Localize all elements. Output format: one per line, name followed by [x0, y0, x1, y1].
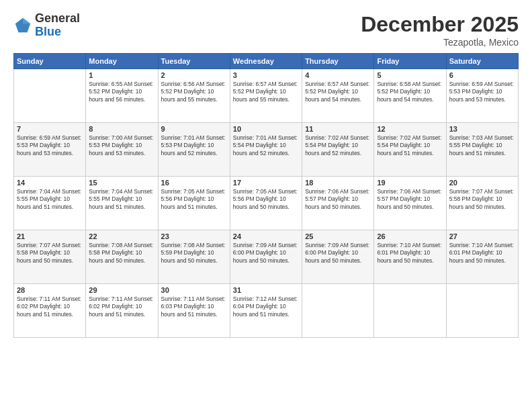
- day-number: 9: [161, 125, 227, 133]
- day-number: 28: [17, 286, 83, 294]
- day-info: Sunrise: 7:10 AM Sunset: 6:01 PM Dayligh…: [449, 242, 515, 265]
- day-cell: 31Sunrise: 7:12 AM Sunset: 6:04 PM Dayli…: [230, 284, 302, 338]
- logo-general-label: General: [35, 12, 80, 26]
- header-cell-wednesday: Wednesday: [230, 54, 302, 69]
- day-cell: [302, 284, 374, 338]
- day-info: Sunrise: 7:09 AM Sunset: 6:00 PM Dayligh…: [305, 242, 371, 265]
- calendar-header: SundayMondayTuesdayWednesdayThursdayFrid…: [14, 54, 519, 69]
- day-cell: [14, 69, 86, 123]
- day-cell: 8Sunrise: 7:00 AM Sunset: 5:53 PM Daylig…: [86, 123, 158, 177]
- day-info: Sunrise: 7:08 AM Sunset: 5:59 PM Dayligh…: [161, 242, 227, 265]
- week-row-2: 7Sunrise: 6:59 AM Sunset: 5:53 PM Daylig…: [14, 123, 519, 177]
- calendar-body: 1Sunrise: 6:55 AM Sunset: 5:52 PM Daylig…: [14, 69, 519, 338]
- logo-text: General Blue: [35, 12, 80, 39]
- day-number: 7: [17, 125, 83, 133]
- day-cell: 18Sunrise: 7:06 AM Sunset: 5:57 PM Dayli…: [302, 177, 374, 230]
- day-number: 10: [233, 125, 299, 133]
- day-cell: 16Sunrise: 7:05 AM Sunset: 5:56 PM Dayli…: [158, 177, 230, 230]
- header-cell-tuesday: Tuesday: [158, 54, 230, 69]
- header-cell-friday: Friday: [374, 54, 446, 69]
- day-cell: 9Sunrise: 7:01 AM Sunset: 5:53 PM Daylig…: [158, 123, 230, 177]
- day-cell: 13Sunrise: 7:03 AM Sunset: 5:55 PM Dayli…: [446, 123, 518, 177]
- day-info: Sunrise: 7:01 AM Sunset: 5:54 PM Dayligh…: [233, 134, 299, 157]
- day-info: Sunrise: 7:03 AM Sunset: 5:55 PM Dayligh…: [449, 134, 515, 157]
- day-cell: 10Sunrise: 7:01 AM Sunset: 5:54 PM Dayli…: [230, 123, 302, 177]
- day-cell: 25Sunrise: 7:09 AM Sunset: 6:00 PM Dayli…: [302, 230, 374, 284]
- day-number: 4: [305, 71, 371, 79]
- day-cell: 17Sunrise: 7:05 AM Sunset: 5:56 PM Dayli…: [230, 177, 302, 230]
- location: Tezapotla, Mexico: [361, 37, 519, 48]
- day-info: Sunrise: 7:01 AM Sunset: 5:53 PM Dayligh…: [161, 134, 227, 157]
- day-cell: 21Sunrise: 7:07 AM Sunset: 5:58 PM Dayli…: [14, 230, 86, 284]
- day-cell: 5Sunrise: 6:58 AM Sunset: 5:52 PM Daylig…: [374, 69, 446, 123]
- day-info: Sunrise: 7:09 AM Sunset: 6:00 PM Dayligh…: [233, 242, 299, 265]
- day-info: Sunrise: 6:58 AM Sunset: 5:52 PM Dayligh…: [377, 81, 443, 103]
- day-number: 27: [449, 232, 515, 240]
- header-row: SundayMondayTuesdayWednesdayThursdayFrid…: [14, 54, 519, 69]
- day-number: 11: [305, 125, 371, 133]
- day-info: Sunrise: 6:57 AM Sunset: 5:52 PM Dayligh…: [233, 81, 299, 103]
- calendar-table: SundayMondayTuesdayWednesdayThursdayFrid…: [13, 53, 519, 338]
- day-info: Sunrise: 6:57 AM Sunset: 5:52 PM Dayligh…: [305, 81, 371, 103]
- day-number: 16: [161, 179, 227, 187]
- day-cell: 12Sunrise: 7:02 AM Sunset: 5:54 PM Dayli…: [374, 123, 446, 177]
- day-cell: 27Sunrise: 7:10 AM Sunset: 6:01 PM Dayli…: [446, 230, 518, 284]
- day-cell: 1Sunrise: 6:55 AM Sunset: 5:52 PM Daylig…: [86, 69, 158, 123]
- day-info: Sunrise: 6:55 AM Sunset: 5:52 PM Dayligh…: [89, 81, 154, 103]
- day-info: Sunrise: 7:11 AM Sunset: 6:03 PM Dayligh…: [161, 295, 227, 318]
- day-cell: 7Sunrise: 6:59 AM Sunset: 5:53 PM Daylig…: [14, 123, 86, 177]
- day-info: Sunrise: 7:02 AM Sunset: 5:54 PM Dayligh…: [377, 134, 443, 157]
- day-info: Sunrise: 7:04 AM Sunset: 5:55 PM Dayligh…: [89, 188, 154, 211]
- week-row-1: 1Sunrise: 6:55 AM Sunset: 5:52 PM Daylig…: [14, 69, 519, 123]
- day-number: 8: [89, 125, 154, 133]
- day-number: 14: [17, 179, 83, 187]
- logo-icon: [13, 16, 32, 35]
- day-number: 17: [233, 179, 299, 187]
- day-cell: 22Sunrise: 7:08 AM Sunset: 5:58 PM Dayli…: [86, 230, 158, 284]
- day-number: 29: [89, 286, 154, 294]
- day-cell: 3Sunrise: 6:57 AM Sunset: 5:52 PM Daylig…: [230, 69, 302, 123]
- day-cell: 28Sunrise: 7:11 AM Sunset: 6:02 PM Dayli…: [14, 284, 86, 338]
- day-number: 20: [449, 179, 515, 187]
- week-row-4: 21Sunrise: 7:07 AM Sunset: 5:58 PM Dayli…: [14, 230, 519, 284]
- logo-blue-label: Blue: [35, 26, 80, 39]
- day-info: Sunrise: 7:12 AM Sunset: 6:04 PM Dayligh…: [233, 295, 299, 318]
- day-cell: 24Sunrise: 7:09 AM Sunset: 6:00 PM Dayli…: [230, 230, 302, 284]
- day-info: Sunrise: 7:05 AM Sunset: 5:56 PM Dayligh…: [233, 188, 299, 211]
- day-cell: [446, 284, 518, 338]
- day-cell: 2Sunrise: 6:56 AM Sunset: 5:52 PM Daylig…: [158, 69, 230, 123]
- day-cell: 19Sunrise: 7:06 AM Sunset: 5:57 PM Dayli…: [374, 177, 446, 230]
- svg-marker-1: [23, 18, 30, 24]
- day-cell: 30Sunrise: 7:11 AM Sunset: 6:03 PM Dayli…: [158, 284, 230, 338]
- day-info: Sunrise: 7:06 AM Sunset: 5:57 PM Dayligh…: [377, 188, 443, 211]
- day-number: 5: [377, 71, 443, 79]
- day-number: 2: [161, 71, 227, 79]
- day-cell: 11Sunrise: 7:02 AM Sunset: 5:54 PM Dayli…: [302, 123, 374, 177]
- day-info: Sunrise: 7:10 AM Sunset: 6:01 PM Dayligh…: [377, 242, 443, 265]
- header-cell-monday: Monday: [86, 54, 158, 69]
- day-cell: 29Sunrise: 7:11 AM Sunset: 6:02 PM Dayli…: [86, 284, 158, 338]
- day-info: Sunrise: 7:00 AM Sunset: 5:53 PM Dayligh…: [89, 134, 154, 157]
- day-info: Sunrise: 7:08 AM Sunset: 5:58 PM Dayligh…: [89, 242, 154, 265]
- day-info: Sunrise: 7:06 AM Sunset: 5:57 PM Dayligh…: [305, 188, 371, 211]
- day-cell: 6Sunrise: 6:59 AM Sunset: 5:53 PM Daylig…: [446, 69, 518, 123]
- title-block: December 2025 Tezapotla, Mexico: [361, 12, 519, 48]
- header-cell-sunday: Sunday: [14, 54, 86, 69]
- day-number: 6: [449, 71, 515, 79]
- header: General Blue December 2025 Tezapotla, Me…: [13, 12, 519, 48]
- day-number: 3: [233, 71, 299, 79]
- header-cell-saturday: Saturday: [446, 54, 518, 69]
- day-number: 21: [17, 232, 83, 240]
- day-info: Sunrise: 7:11 AM Sunset: 6:02 PM Dayligh…: [89, 295, 154, 318]
- day-number: 19: [377, 179, 443, 187]
- day-cell: 23Sunrise: 7:08 AM Sunset: 5:59 PM Dayli…: [158, 230, 230, 284]
- day-cell: 14Sunrise: 7:04 AM Sunset: 5:55 PM Dayli…: [14, 177, 86, 230]
- day-cell: 26Sunrise: 7:10 AM Sunset: 6:01 PM Dayli…: [374, 230, 446, 284]
- day-info: Sunrise: 6:56 AM Sunset: 5:52 PM Dayligh…: [161, 81, 227, 103]
- day-number: 18: [305, 179, 371, 187]
- day-number: 31: [233, 286, 299, 294]
- day-number: 25: [305, 232, 371, 240]
- page: General Blue December 2025 Tezapotla, Me…: [0, 0, 532, 411]
- day-number: 15: [89, 179, 154, 187]
- day-info: Sunrise: 7:02 AM Sunset: 5:54 PM Dayligh…: [305, 134, 371, 157]
